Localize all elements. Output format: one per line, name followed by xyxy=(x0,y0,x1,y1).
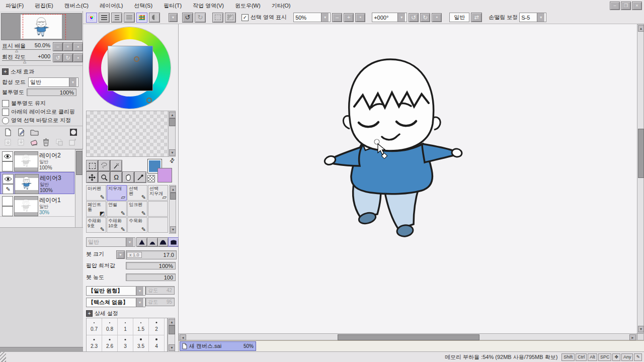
tool-paint-bucket[interactable]: 페인트통◩ xyxy=(86,201,106,217)
tool-watercolor-9[interactable]: 수채화9호✎ xyxy=(86,217,106,233)
stabilizer-select[interactable]: S-5 ▼ xyxy=(519,13,546,22)
close-button[interactable]: × xyxy=(632,2,642,10)
background-color-swatch[interactable] xyxy=(157,168,172,183)
color-mixer-scrollbar[interactable]: ▲ ▼ xyxy=(168,111,176,157)
hscroll-left-icon[interactable]: ◄ xyxy=(180,334,186,340)
brush-edge-select-disabled[interactable]: 일반 ▼ xyxy=(86,237,135,247)
new-folder-button[interactable] xyxy=(30,129,39,136)
eyedropper-tool[interactable] xyxy=(134,171,146,183)
minimize-button[interactable]: – xyxy=(610,2,620,10)
view-scale-slider-handle[interactable]: △ xyxy=(15,48,18,53)
tool-ink-pen[interactable]: 잉크펜✎ xyxy=(127,201,147,217)
menu-file[interactable]: 파일(F) xyxy=(0,1,29,11)
lasso-tool[interactable] xyxy=(98,160,110,171)
menu-others[interactable]: 기타(O) xyxy=(266,1,296,11)
menu-select[interactable]: 선택(S) xyxy=(128,1,158,11)
scale-reset-button[interactable]: ▪ xyxy=(73,42,83,51)
show-selection-checkbox[interactable]: ✓ xyxy=(242,14,249,21)
document-tab-active[interactable]: 새 캔버스.sai 50% xyxy=(180,341,256,351)
paste-selection-button[interactable] xyxy=(68,138,76,146)
brush-density-slider[interactable]: 100 xyxy=(126,274,176,281)
zoom-in-button[interactable]: + xyxy=(344,13,354,22)
rect-select-tool[interactable] xyxy=(86,160,98,171)
blend-mode-dropdown-icon[interactable]: ▼ xyxy=(69,78,76,86)
layer3-visibility-toggle[interactable] xyxy=(3,174,14,184)
preserve-opacity-checkbox[interactable] xyxy=(2,100,9,107)
preset-0.7[interactable]: 0.7 xyxy=(87,318,102,335)
min-pressure-slider[interactable]: 100% xyxy=(126,262,176,269)
view-rotation-slider[interactable] xyxy=(2,60,51,61)
layer-row-1[interactable]: 레이어1 일반 30% xyxy=(0,195,74,217)
transparent-color-button[interactable] xyxy=(147,175,155,183)
swatch-small-list-icon[interactable] xyxy=(111,13,122,23)
invert-selection-button[interactable] xyxy=(225,13,236,23)
swatch-list-icon[interactable] xyxy=(99,13,110,23)
rotate-view-tool[interactable]: Ω xyxy=(110,171,122,183)
preset-3[interactable]: 3 xyxy=(118,335,133,352)
tool-eraser-selected[interactable]: 지우개▱ xyxy=(107,185,127,201)
menu-layer[interactable]: 레이어(L) xyxy=(94,1,128,11)
scale-down-button[interactable]: – xyxy=(53,42,63,51)
canvas-horizontal-scrollbar[interactable]: ◄ ► xyxy=(179,333,637,340)
new-layer-button[interactable] xyxy=(4,128,12,136)
material-effects-expand-icon[interactable]: + xyxy=(2,68,9,75)
sv-marker[interactable] xyxy=(134,56,139,62)
tool-pencil[interactable]: 연필✎ xyxy=(107,201,127,217)
flip-view-button[interactable]: ⇄ xyxy=(471,13,482,22)
vscroll-up-icon[interactable]: ▲ xyxy=(638,25,644,32)
preset-scroll-up-icon[interactable]: ▲ xyxy=(169,319,175,325)
stabilizer-dropdown-icon[interactable]: ▼ xyxy=(537,13,544,22)
swatch-detail-list-icon[interactable] xyxy=(124,13,135,23)
scratchpad-icon[interactable] xyxy=(149,13,160,23)
zoom-dropdown-icon[interactable]: ▼ xyxy=(321,13,329,22)
preset-3.5[interactable]: 3.5 xyxy=(133,335,149,352)
brush-shape-select[interactable]: 【일반 원형】 ▼ xyxy=(86,286,145,296)
delete-layer-button[interactable] xyxy=(42,138,50,146)
menu-filter[interactable]: 필터(T) xyxy=(158,1,187,11)
transfer-down-button[interactable] xyxy=(4,138,12,146)
tool-ink-wash[interactable]: 수묵화✎ xyxy=(127,217,147,233)
menu-window[interactable]: 윈도우(W) xyxy=(229,1,266,11)
brush-tip-dome-button[interactable] xyxy=(147,237,158,247)
layer1-lock-toggle[interactable] xyxy=(2,206,13,216)
mixer-scroll-up-icon[interactable]: ▲ xyxy=(169,112,176,118)
workspace-normal-button[interactable]: 일반 xyxy=(449,13,469,22)
rotation-dropdown-icon[interactable]: ▼ xyxy=(397,13,405,22)
magic-wand-tool[interactable] xyxy=(110,160,122,171)
menu-canvas[interactable]: 캔버스(C) xyxy=(59,1,94,11)
preset-1[interactable]: 1 xyxy=(118,318,133,335)
rotate-reset-button[interactable]: ▪ xyxy=(432,13,442,22)
brush-texture-select[interactable]: 【텍스쳐 없음】 ▼ xyxy=(86,298,145,307)
zoom-out-button[interactable]: – xyxy=(332,13,342,22)
hue-marker[interactable] xyxy=(146,98,152,103)
swap-colors-icon[interactable]: ⇄ xyxy=(168,156,177,164)
tool-selection-pen[interactable]: 선택펜✎ xyxy=(127,185,147,201)
toolgrid-scroll-down-icon[interactable]: ▼ xyxy=(170,226,176,233)
color-mixer-panel[interactable] xyxy=(86,111,169,157)
tool-selection-eraser[interactable]: 선택지우개▱ xyxy=(148,185,168,201)
rotate-ccw-button[interactable]: ↺ xyxy=(409,13,419,22)
toolgrid-scroll-up-icon[interactable]: ▲ xyxy=(170,186,176,193)
move-tool[interactable] xyxy=(86,171,98,183)
canvas-drawing[interactable] xyxy=(311,46,473,248)
color-wheel[interactable] xyxy=(89,27,171,109)
zoom-reset-button[interactable]: ▪ xyxy=(355,13,365,22)
layer2-visibility-toggle[interactable] xyxy=(2,151,13,161)
rotate-view-ccw-button[interactable]: ↺ xyxy=(53,53,63,62)
layer1-visibility-toggle[interactable] xyxy=(2,196,13,206)
tool-grid-scrollbar[interactable]: ▲ ▼ xyxy=(169,185,176,234)
menu-edit[interactable]: 편집(E) xyxy=(29,1,59,11)
layer-opacity-slider[interactable]: 100% xyxy=(27,88,76,96)
tool-empty-slot-2[interactable] xyxy=(148,217,168,233)
saturation-value-square[interactable] xyxy=(108,46,153,91)
window-resize-grip[interactable] xyxy=(0,352,6,362)
tool-marker-pen[interactable]: 마커펜✎ xyxy=(86,185,106,201)
rotation-select[interactable]: +000° ▼ xyxy=(372,13,407,22)
view-rotation-slider-handle[interactable]: △ xyxy=(23,59,26,64)
layer3-paint-indicator[interactable]: ✎ xyxy=(3,184,14,194)
mixer-scroll-down-icon[interactable]: ▼ xyxy=(169,149,176,156)
undo-button[interactable]: ↺ xyxy=(182,13,193,23)
navigator[interactable] xyxy=(1,13,82,40)
canvas-viewport[interactable] xyxy=(179,24,637,333)
brush-texture-dropdown-icon[interactable]: ▼ xyxy=(136,298,143,307)
